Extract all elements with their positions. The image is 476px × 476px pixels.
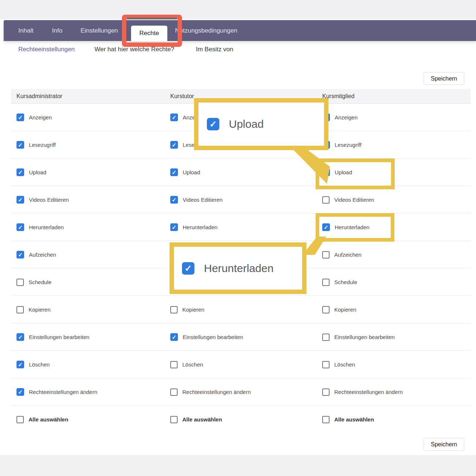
- checkbox-checked-1-1[interactable]: ✓: [170, 141, 178, 149]
- subnav-rechteeinstellungen[interactable]: Rechteeinstellungen: [18, 46, 75, 56]
- permission-label[interactable]: Anzeigen: [29, 114, 52, 120]
- permission-cell: Schedule: [322, 268, 357, 296]
- checkbox-unchecked-3-2[interactable]: [322, 196, 330, 204]
- table-row: ✓Upload✓Upload✓Upload: [11, 159, 471, 186]
- permission-label[interactable]: Alle auswählen: [334, 416, 374, 423]
- permission-label[interactable]: Aufzeichen: [29, 252, 56, 258]
- subnav-wer-hat-rechte[interactable]: Wer hat hier welche Rechte?: [94, 46, 174, 56]
- permission-label[interactable]: Alle auswählen: [29, 416, 68, 423]
- checkbox-checked-1-0[interactable]: ✓: [16, 141, 24, 149]
- checkbox-checked-5-0[interactable]: ✓: [16, 251, 24, 259]
- permission-cell: Rechteeinstellungen ändern: [170, 378, 251, 406]
- checkbox-unchecked-10-2[interactable]: [322, 388, 330, 396]
- permission-label[interactable]: Upload: [335, 169, 352, 175]
- checkbox-unchecked-7-0[interactable]: [16, 306, 24, 313]
- checkbox-checked-0-1[interactable]: ✓: [170, 114, 178, 121]
- permission-cell: ✓Upload: [322, 159, 352, 186]
- permission-label[interactable]: Rechteeinstellungen ändern: [29, 389, 97, 395]
- callout-upload-checkbox[interactable]: ✓: [207, 118, 219, 130]
- permission-label[interactable]: Löschen: [29, 361, 50, 368]
- permission-cell: ✓Anzeigen: [16, 104, 52, 131]
- checkbox-unchecked-6-0[interactable]: [16, 279, 24, 286]
- checkbox-checked-2-1[interactable]: ✓: [170, 168, 178, 176]
- permission-cell: Schedule: [16, 268, 52, 296]
- permission-label[interactable]: Videos Editieren: [183, 197, 223, 203]
- checkbox-checked-9-0[interactable]: ✓: [16, 361, 24, 368]
- permission-cell: Aufzeichen: [322, 241, 361, 268]
- permission-cell: ✓Herunterladen: [322, 213, 369, 241]
- permission-label[interactable]: Einstellungen bearbeiten: [334, 334, 395, 340]
- permission-label[interactable]: Einstellungen bearbeiten: [183, 334, 243, 340]
- permission-cell: ✓Rechteeinstellungen ändern: [16, 378, 97, 406]
- permission-cell: ✓Aufzeichen: [16, 241, 56, 268]
- permission-label[interactable]: Herunterladen: [183, 224, 217, 230]
- permission-label[interactable]: Lesezugriff: [29, 142, 56, 148]
- permission-cell: Videos Editieren: [322, 186, 374, 213]
- table-row: ✓Herunterladen✓Herunterladen✓Herunterlad…: [11, 213, 471, 241]
- permission-cell: Alle auswählen: [170, 406, 222, 433]
- permission-cell: Alle auswählen: [16, 406, 68, 433]
- permission-label[interactable]: Videos Editieren: [29, 197, 69, 203]
- permission-label[interactable]: Alle auswählen: [182, 416, 222, 423]
- checkbox-unchecked-7-2[interactable]: [322, 306, 330, 313]
- checkbox-checked-2-0[interactable]: ✓: [16, 168, 24, 176]
- checkbox-unchecked-8-2[interactable]: [322, 334, 330, 341]
- checkbox-checked-0-0[interactable]: ✓: [16, 114, 24, 121]
- checkbox-checked-4-0[interactable]: ✓: [16, 223, 24, 231]
- permission-label[interactable]: Einstellungen bearbeiten: [29, 334, 89, 340]
- permission-label[interactable]: Herunterladen: [335, 224, 369, 230]
- permissions-page: Inhalt Info Einstellungen Rechte Nutzung…: [0, 0, 476, 476]
- permission-cell: Alle auswählen: [322, 406, 374, 433]
- permission-label[interactable]: Schedule: [29, 279, 52, 285]
- permission-cell: Einstellungen bearbeiten: [322, 323, 395, 351]
- tab-nutzungsbedingungen[interactable]: Nutzungsbedingungen: [175, 20, 237, 41]
- checkbox-checked-8-1[interactable]: ✓: [170, 333, 178, 341]
- checkbox-checked-10-0[interactable]: ✓: [16, 388, 24, 396]
- permission-label[interactable]: Kopieren: [334, 306, 356, 313]
- permission-label[interactable]: Aufzeichen: [334, 252, 361, 258]
- permission-cell: ✓Videos Editieren: [16, 186, 69, 213]
- permission-label[interactable]: Anzeigen: [335, 114, 358, 120]
- checkbox-unchecked-10-1[interactable]: [170, 388, 178, 396]
- permission-label[interactable]: Herunterladen: [29, 224, 64, 230]
- checkbox-unchecked-11-2[interactable]: [322, 416, 330, 423]
- table-row: ✓Videos Editieren✓Videos EditierenVideos…: [11, 186, 471, 213]
- permission-label[interactable]: Löschen: [334, 361, 355, 368]
- checkbox-unchecked-6-2[interactable]: [322, 279, 330, 286]
- checkbox-checked-3-0[interactable]: ✓: [16, 196, 24, 204]
- checkbox-checked-8-0[interactable]: ✓: [16, 333, 24, 341]
- permission-label[interactable]: Löschen: [182, 361, 203, 368]
- callout-upload: ✓ Upload: [194, 98, 328, 150]
- checkbox-checked-2-2[interactable]: ✓: [322, 168, 330, 176]
- checkbox-unchecked-5-2[interactable]: [322, 251, 330, 259]
- permission-label[interactable]: Kopieren: [182, 306, 204, 313]
- tab-rechte-active[interactable]: Rechte: [131, 26, 167, 41]
- checkbox-unchecked-11-0[interactable]: [16, 416, 24, 423]
- tab-info[interactable]: Info: [52, 20, 62, 41]
- checkbox-unchecked-7-1[interactable]: [170, 306, 178, 313]
- permission-label[interactable]: Schedule: [334, 279, 357, 285]
- tab-einstellungen[interactable]: Einstellungen: [81, 20, 118, 41]
- tab-inhalt[interactable]: Inhalt: [18, 20, 34, 41]
- checkbox-checked-3-1[interactable]: ✓: [170, 196, 178, 204]
- permission-cell: ✓Herunterladen: [16, 213, 64, 241]
- checkbox-unchecked-11-1[interactable]: [170, 416, 178, 423]
- column-header-kursadministrator: Kursadministrator: [16, 89, 62, 104]
- checkbox-unchecked-9-1[interactable]: [170, 361, 178, 368]
- checkbox-unchecked-9-2[interactable]: [322, 361, 330, 368]
- callout-herunterladen-checkbox[interactable]: ✓: [182, 262, 194, 275]
- permission-label[interactable]: Videos Editieren: [334, 197, 374, 203]
- save-button-top[interactable]: Speichern: [424, 72, 464, 85]
- permission-label[interactable]: Rechteeinstellungen ändern: [182, 389, 251, 395]
- permission-label[interactable]: Lesezugriff: [335, 142, 361, 148]
- permission-label[interactable]: Upload: [29, 169, 47, 175]
- table-row: ✓LöschenLöschenLöschen: [11, 351, 471, 378]
- checkbox-checked-4-1[interactable]: ✓: [170, 223, 178, 231]
- permission-label[interactable]: Upload: [183, 169, 200, 175]
- permission-label[interactable]: Kopieren: [29, 306, 51, 313]
- permission-label[interactable]: Rechteeinstellungen ändern: [334, 389, 403, 395]
- subnav-im-besitz-von[interactable]: Im Besitz von: [196, 46, 233, 56]
- save-button-bottom[interactable]: Speichern: [424, 438, 464, 451]
- checkbox-checked-4-2[interactable]: ✓: [322, 223, 330, 231]
- permission-cell: Rechteeinstellungen ändern: [322, 378, 403, 406]
